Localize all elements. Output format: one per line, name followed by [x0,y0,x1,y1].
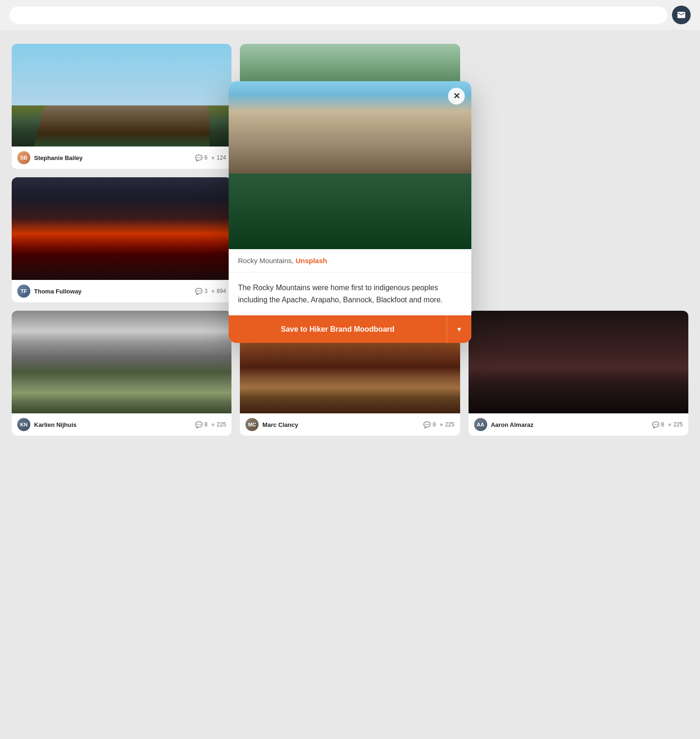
avatar-thoma: TF [17,285,30,298]
like-count-marc: ♥ 225 [440,421,455,428]
comment-count-marc: 💬 8 [423,421,436,428]
photo-card-aaron[interactable]: AA Aaron Almaraz 💬 8 ♥ 225 [469,311,688,436]
avatar-aaron: AA [474,418,487,431]
card-footer-marc: MC Marc Clancy 💬 8 ♥ 225 [240,413,460,436]
comment-count-stephanie: 💬 6 [195,154,208,161]
card-footer-stephanie: SB Stephanie Bailey 💬 6 ♥ 124 [12,146,231,169]
photo-image-karlien [12,311,231,413]
save-to-moodboard-button[interactable]: Save to Hiker Brand Moodboard [229,315,447,343]
mail-button[interactable] [672,6,691,24]
author-thoma: Thoma Fulloway [34,288,191,295]
avatar-marc: MC [245,418,259,431]
save-dropdown-button[interactable]: ▾ [447,315,471,343]
author-karlien: Karlien Nijhuis [34,421,191,428]
modal-source-text: Rocky Mountains, [238,257,295,265]
author-stephanie: Stephanie Bailey [34,154,191,161]
comment-count-thoma: 💬 3 [195,288,208,295]
card-footer-aaron: AA Aaron Almaraz 💬 8 ♥ 225 [469,413,688,436]
comment-count-aaron: 💬 8 [652,421,665,428]
author-marc: Marc Clancy [262,421,420,428]
comment-icon-stephanie: 💬 [195,154,203,161]
avatar-karlien: KN [17,418,30,431]
detail-modal: ✕ Rocky Mountains, Unsplash The Rocky Mo… [229,81,471,343]
card-footer-karlien: KN Karlien Nijhuis 💬 8 ♥ 225 [12,413,231,436]
comment-icon-marc: 💬 [423,421,431,428]
heart-icon-aaron: ♥ [668,421,672,428]
photo-card-thoma[interactable]: TF Thoma Fulloway 💬 3 ♥ 894 [12,177,231,302]
photo-card-stephanie[interactable]: SB Stephanie Bailey 💬 6 ♥ 124 [12,44,231,169]
modal-description: The Rocky Mountains were home first to i… [229,272,471,315]
photo-grid: SB Stephanie Bailey 💬 6 ♥ 124 ZM Zoe Mil… [0,30,700,450]
modal-hero-image [229,81,471,249]
avatar-stephanie: SB [17,151,30,164]
modal-source: Rocky Mountains, Unsplash [229,249,471,272]
photo-image-stephanie [12,44,231,146]
modal-actions: Save to Hiker Brand Moodboard ▾ [229,315,471,343]
heart-icon-thoma: ♥ [211,288,215,295]
search-input[interactable] [9,7,667,24]
like-count-karlien: ♥ 225 [211,421,226,428]
card-footer-thoma: TF Thoma Fulloway 💬 3 ♥ 894 [12,280,231,302]
comment-icon-aaron: 💬 [652,421,659,428]
photo-image-thoma [12,177,231,280]
heart-icon-stephanie: ♥ [211,154,215,161]
comment-count-karlien: 💬 8 [195,421,208,428]
modal-close-button[interactable]: ✕ [448,88,465,105]
like-count-stephanie: ♥ 124 [211,154,226,161]
top-bar [0,0,700,30]
author-aaron: Aaron Almaraz [491,421,648,428]
comment-icon-thoma: 💬 [195,288,203,295]
comment-icon-karlien: 💬 [195,421,203,428]
mail-icon [677,10,686,20]
photo-card-karlien[interactable]: KN Karlien Nijhuis 💬 8 ♥ 225 [12,311,231,436]
heart-icon-karlien: ♥ [211,421,215,428]
modal-source-link[interactable]: Unsplash [295,257,327,265]
like-count-thoma: ♥ 894 [211,288,226,295]
like-count-aaron: ♥ 225 [668,421,683,428]
photo-image-aaron [469,311,688,413]
heart-icon-marc: ♥ [440,421,443,428]
dropdown-chevron-icon: ▾ [457,325,461,333]
